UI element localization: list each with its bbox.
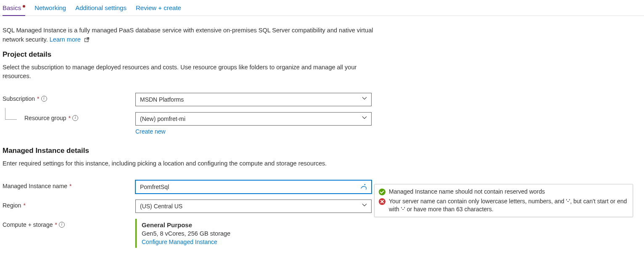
instance-name-input[interactable]: PomfretSql	[135, 180, 372, 194]
tab-basics[interactable]: Basics	[3, 2, 25, 16]
info-icon[interactable]	[72, 115, 78, 121]
label-text: Resource group	[24, 115, 66, 121]
validation-callout: Managed Instance name should not contain…	[374, 184, 633, 217]
text-caret	[169, 184, 169, 191]
validation-error-text: Your server name can contain only lowerc…	[389, 197, 628, 213]
chevron-down-icon	[362, 202, 367, 209]
select-value: (New) pomfret-mi	[140, 116, 185, 122]
info-icon[interactable]	[59, 222, 65, 228]
section-project-details-heading: Project details	[3, 50, 628, 59]
tab-additional-settings[interactable]: Additional settings	[75, 2, 127, 16]
tabs: Basics Networking Additional settings Re…	[0, 0, 644, 16]
label-text: Managed Instance name	[3, 183, 67, 189]
info-icon[interactable]	[41, 96, 47, 102]
tree-branch-icon	[5, 108, 17, 120]
compute-spec: Gen5, 8 vCores, 256 GB storage	[142, 230, 372, 237]
compute-storage-label: Compute + storage *	[3, 219, 135, 228]
svg-point-1	[364, 184, 365, 185]
resource-group-select[interactable]: (New) pomfret-mi	[135, 112, 372, 126]
validating-icon	[360, 183, 368, 191]
create-new-link[interactable]: Create new	[135, 128, 372, 135]
required-asterisk: *	[37, 95, 39, 102]
subscription-label: Subscription *	[3, 93, 135, 102]
compute-summary: General Purpose Gen5, 8 vCores, 256 GB s…	[135, 219, 372, 248]
tab-error-dot-icon	[23, 5, 25, 8]
configure-instance-link[interactable]: Configure Managed Instance	[142, 239, 372, 245]
validation-ok-text: Managed Instance name should not contain…	[389, 188, 545, 196]
error-icon	[379, 198, 385, 205]
select-value: (US) Central US	[140, 203, 182, 210]
select-value: MSDN Platforms	[140, 96, 184, 103]
section-instance-details-heading: Managed Instance details	[3, 147, 628, 155]
required-asterisk: *	[69, 183, 71, 189]
learn-more-link[interactable]: Learn more	[50, 36, 90, 43]
intro-text: SQL Managed Instance is a fully managed …	[3, 26, 381, 45]
chevron-down-icon	[362, 95, 367, 102]
tab-review-create[interactable]: Review + create	[136, 2, 181, 16]
chevron-down-icon	[362, 115, 367, 121]
instance-details-desc: Enter required settings for this instanc…	[3, 159, 372, 168]
resource-group-label: Resource group *	[3, 112, 135, 121]
external-link-icon	[84, 36, 90, 42]
instance-name-label: Managed Instance name *	[3, 180, 135, 189]
required-asterisk: *	[55, 221, 57, 228]
learn-more-label: Learn more	[50, 36, 81, 43]
region-select[interactable]: (US) Central US	[135, 200, 372, 213]
tab-networking[interactable]: Networking	[34, 2, 66, 16]
label-text: Compute + storage	[3, 221, 53, 228]
label-text: Subscription	[3, 95, 35, 102]
required-asterisk: *	[69, 115, 71, 121]
success-icon	[379, 189, 385, 195]
input-value: PomfretSql	[140, 184, 169, 190]
label-text: Region	[3, 202, 21, 209]
subscription-select[interactable]: MSDN Platforms	[135, 93, 372, 106]
required-asterisk: *	[23, 202, 25, 209]
tab-label: Basics	[3, 4, 21, 11]
compute-tier: General Purpose	[142, 221, 372, 228]
project-details-desc: Select the subscription to manage deploy…	[3, 63, 372, 81]
region-label: Region *	[3, 200, 135, 209]
